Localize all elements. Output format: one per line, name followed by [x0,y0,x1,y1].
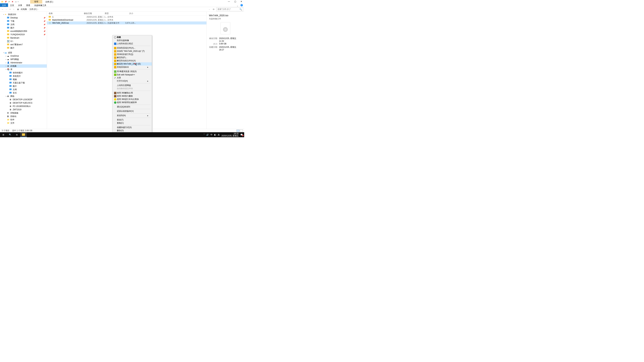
tab-file[interactable]: 文件 [0,3,8,7]
menu-item[interactable]: 上传到百度网盘 [112,84,152,87]
menu-item[interactable]: 解压到 Win7x64_2020\ (E) [112,62,152,65]
clock[interactable]: 16:32 2020/12/25, 星期五 [221,133,239,137]
menu-item[interactable]: 解压到(F)... [112,56,152,59]
chevron-right-icon[interactable]: › [28,8,28,10]
expand-icon[interactable]: ▾ [5,69,7,70]
address-dropdown-icon[interactable]: ⌄ [208,8,211,11]
menu-item[interactable]: 用360压缩打开(Q) [112,53,152,56]
menu-item[interactable]: 添加到 "Win7x64_2020.zip" (T) [112,50,152,53]
tree-item[interactable]: 文档📌 [0,23,47,26]
tab-home[interactable]: 主页 [8,3,16,7]
menu-item[interactable]: 用 蜂蜜浏览器 浏览(3) [112,70,152,73]
column-size[interactable]: 大小 [122,12,133,15]
up-button[interactable]: ↑ [12,8,16,11]
menu-item[interactable]: 复制(C) [112,121,152,125]
view-details-button[interactable] [236,130,240,132]
tree-item[interactable]: 📁文件 [0,121,47,125]
menu-item[interactable]: 通过QQ发送到 [112,105,152,108]
close-red-icon[interactable]: ✖ [11,0,14,3]
file-row[interactable]: 💿Win7x64_2020.iso2020/12/25, 星期五 1...光盘映… [47,21,206,24]
file-row[interactable]: 12020/12/15, 星期二 1...文件夹 [47,15,206,18]
start-button[interactable]: ⊞ [0,132,7,137]
tree-item[interactable]: 天翼云盘下载 [0,81,47,84]
tree-item[interactable]: YUNQISHI2019📌 [0,33,47,36]
tree-item[interactable]: 💽G:\ [0,39,47,43]
menu-item[interactable]: 装载 [112,36,152,39]
back-button[interactable]: ← [1,8,4,11]
menu-item[interactable]: 剪切(T) [112,118,152,121]
tree-item[interactable]: 音乐 [0,91,47,94]
ime-indicator[interactable]: 中 [210,133,212,136]
tree-item[interactable]: ⚙控制面板 [0,111,47,115]
minimize-button[interactable]: — [227,0,231,3]
action-center-icon[interactable]: 💬 [240,134,243,136]
tree-item[interactable]: 🖥DESKTOP-LSSOEDP [0,98,47,101]
menu-item[interactable]: ↗共享 [112,76,152,79]
breadcrumb-drive[interactable]: 文档 (E:) [29,7,38,11]
tree-item[interactable]: ▾🖧网络 [0,94,47,98]
menu-item[interactable]: 解压到当前文件夹(X) [112,59,152,62]
tree-item[interactable]: 下载📌 [0,19,47,23]
expand-icon[interactable]: ▾ [5,65,7,67]
tree-item[interactable]: 保存的图片 [0,71,47,74]
explorer-task-button[interactable] [20,132,27,137]
volume-icon[interactable]: 🔊 [206,134,209,136]
expand-icon[interactable]: ▸ [5,62,7,63]
new-folder-icon[interactable]: ▭ [14,0,17,3]
network-icon[interactable]: 🖧 [218,134,220,136]
tab-view[interactable]: 查看 [24,3,32,7]
chevron-right-icon[interactable]: › [19,8,20,10]
tree-item[interactable]: ▾📚库 [0,68,47,71]
menu-item[interactable]: 上传到有道云笔记 [112,42,152,45]
tree-item[interactable]: win7重装win7 [0,43,47,46]
tree-item[interactable]: 视频 [0,78,47,81]
forward-button[interactable]: → [5,8,8,11]
tree-item[interactable]: ▸☁OneDrive [0,54,47,58]
menu-item[interactable]: Edit with Notepad++ [112,73,152,76]
tree-item[interactable]: 本机照片 [0,74,47,78]
expand-icon[interactable]: ▾ [3,14,5,15]
refresh-icon[interactable]: ⟳ [212,8,215,11]
expand-icon[interactable]: ▸ [5,59,7,60]
close-button[interactable]: ✕ [240,0,243,3]
maximize-button[interactable]: ▢ [233,0,237,3]
tray-chevron-icon[interactable]: ˄ [204,134,204,136]
tree-item[interactable]: 🖥PC-20190530OBLA [0,105,47,108]
menu-item[interactable]: 刻录光盘映像 [112,39,152,42]
menu-item[interactable]: 还原以前的版本(V) [112,110,152,113]
expand-icon[interactable]: ▾ [3,52,5,53]
menu-item[interactable]: 发送到(N)▶ [112,114,152,117]
qat-dropdown-icon[interactable]: ▾ [18,1,18,2]
tree-item[interactable]: ▸☁WPS网盘 [0,58,47,61]
breadcrumb-pc[interactable]: 此电脑 [20,7,28,11]
recent-dropdown-icon[interactable]: ▾ [8,8,12,11]
tree-item[interactable]: ▾▬桌面 [0,51,47,54]
tree-item[interactable]: 图片 [0,46,47,50]
tree-item[interactable]: ▾★快速访问 [0,13,47,16]
tree-item[interactable]: ▾🖥此电脑 [0,64,47,68]
task-view-button[interactable]: ⧉ [14,132,20,137]
search-input[interactable]: 搜索"文档 (E:)" 🔍 [216,7,243,11]
tree-item[interactable]: Desktop📌 [0,16,47,19]
ribbon-expand-icon[interactable]: ⌄ [236,4,239,7]
tree-item[interactable]: 🖥DESKTOP-NJEU3CG [0,101,47,105]
column-name[interactable]: 名称 [47,12,84,15]
pin-icon[interactable]: 📌 [4,0,7,3]
search-icon[interactable]: 🔍 [240,8,242,10]
chevron-right-icon[interactable]: › [38,8,39,10]
column-date[interactable]: 修改日期 [84,12,105,15]
tree-item[interactable]: 文档 [0,88,47,91]
view-thumbnails-button[interactable] [240,130,243,132]
menu-item[interactable]: 创建快捷方式(S) [112,126,152,129]
tree-item[interactable]: excel表格制作求和📌 [0,29,47,33]
tree-item[interactable]: 图片📌 [0,26,47,29]
column-type[interactable]: 类型 [105,12,122,15]
tree-item[interactable]: Bandicam [0,36,47,39]
menu-item[interactable]: 使用 360强力删除 [112,94,152,98]
menu-item[interactable]: 打开方式(H)▶ [112,79,152,83]
address-bar[interactable]: 🖥 › 此电脑 › 文档 (E:) › [16,7,207,11]
tree-item[interactable]: 🗑回收站 [0,115,47,118]
tray-app-icon[interactable]: ◧ [214,134,216,136]
tree-item[interactable]: 图片 [0,84,47,88]
expand-icon[interactable]: ▾ [5,95,7,97]
